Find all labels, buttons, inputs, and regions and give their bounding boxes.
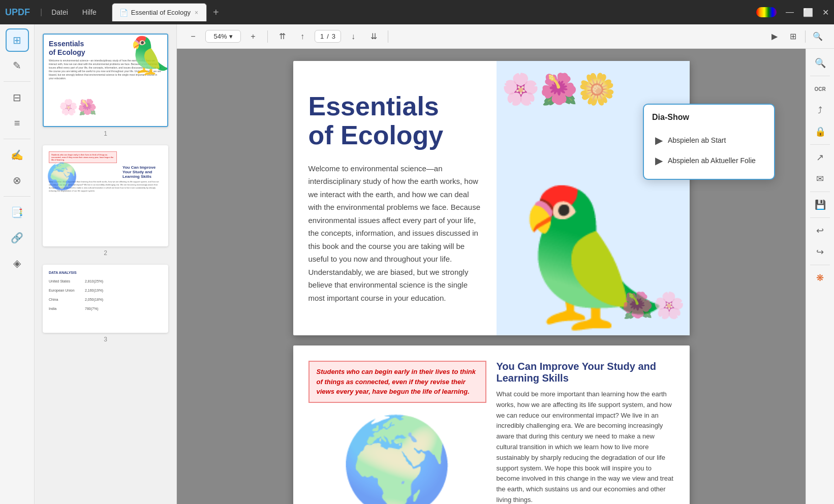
save-button[interactable]: 💾	[810, 195, 830, 215]
tab-close-button[interactable]: ×	[194, 9, 199, 16]
undo-button[interactable]: ↩	[810, 220, 830, 241]
doc-icon: 📄	[119, 9, 128, 17]
page2-content: Students who can begin early in their li…	[293, 345, 690, 504]
share-button[interactable]: ↗	[810, 147, 830, 168]
sidebar-separator	[4, 81, 31, 82]
sidebar-separator2	[4, 139, 31, 139]
toolbar-right: ▶ ⊞ 🔍	[766, 28, 826, 45]
pdf-viewport[interactable]: Dia-Show ▶ Abspielen ab Start ▶ Abspiele…	[177, 49, 806, 504]
thumbnail-1[interactable]: Essentialsof Ecology Welcome to environm…	[35, 29, 176, 141]
export-button[interactable]: ⤴	[810, 100, 830, 120]
dia-show-item-start[interactable]: ▶ Abspielen ab Start	[652, 130, 766, 150]
zoom-display[interactable]: 54% ▾	[205, 30, 241, 43]
sidebar-item-annotation[interactable]: ✎	[6, 54, 29, 77]
sidebar-item-layers[interactable]: ⊗	[6, 169, 29, 192]
flowers-decoration2: 🌺🌸	[622, 291, 685, 320]
page1-right: 🌸🌺🌼 🦜 🌺🌸	[497, 61, 690, 335]
menu-hilfe[interactable]: Hilfe	[79, 6, 100, 18]
layers-right-button[interactable]: ❋	[810, 268, 830, 288]
thumb-2-wrap: Students who can begin early in their li…	[43, 145, 168, 246]
thumb-1-wrap: Essentialsof Ecology Welcome to environm…	[43, 34, 168, 127]
page1-title-line1: Essentials	[308, 91, 439, 121]
tab-bar: 📄 Essential of Ecology × +	[112, 3, 223, 21]
sidebar-item-thumbnail[interactable]: ⊞	[6, 28, 29, 52]
page1-main-title: Essentials of Ecology	[308, 92, 481, 150]
sidebar-separator3	[4, 196, 31, 197]
page-prev-button[interactable]: ↑	[294, 28, 311, 45]
page-next-button[interactable]: ↓	[345, 28, 361, 45]
bar-row-4: India780(7%)	[49, 306, 98, 311]
page-last-button[interactable]: ⇊	[365, 28, 382, 45]
page-nav: 1 / 3	[315, 30, 341, 43]
bar-row-3: China2,050(18%)	[49, 297, 103, 302]
separator: |	[40, 8, 42, 17]
sidebar-item-extract[interactable]: 📑	[6, 201, 29, 224]
ocr-button[interactable]: OCR	[810, 79, 830, 99]
thumb-1-num: 1	[43, 130, 168, 137]
rsidebar-sep2	[810, 144, 830, 145]
page-first-button[interactable]: ⇈	[274, 28, 290, 45]
thumbnail-2[interactable]: Students who can begin early in their li…	[35, 141, 176, 261]
maximize-button[interactable]: ⬜	[803, 8, 813, 17]
page1-title-line2: of Ecology	[308, 120, 444, 150]
sidebar-item-bookmark[interactable]: ⊟	[6, 86, 29, 109]
search-button[interactable]: 🔍	[810, 28, 826, 45]
title-bar: UPDF | Datei Hilfe 📄 Essential of Ecolog…	[0, 0, 834, 24]
play-start-icon: ▶	[655, 134, 663, 146]
sidebar-item-text[interactable]: ≡	[6, 111, 29, 135]
rsidebar-sep3	[810, 192, 830, 192]
window-controls: — ⬜ ✕	[756, 7, 829, 17]
thumb-3-img: DATA ANALYSIS United States2,810(25%) Eu…	[44, 266, 167, 332]
dia-show-popup: Dia-Show ▶ Abspielen ab Start ▶ Abspiele…	[643, 104, 775, 180]
thumbnail-panel: Essentialsof Ecology Welcome to environm…	[35, 24, 177, 504]
page2-right: You Can Improve Your Study and Learning …	[497, 361, 674, 504]
toolbar-separator2	[388, 30, 388, 43]
page1-body: Welcome to environmental science—an inte…	[308, 162, 481, 305]
thumb-2-num: 2	[43, 249, 168, 257]
email-button[interactable]: ✉	[810, 169, 830, 189]
zoom-dropdown-icon: ▾	[229, 33, 233, 40]
thumb-3-num: 3	[43, 336, 168, 343]
thumb-2-globe: 🌍	[46, 162, 78, 191]
sidebar-item-sign[interactable]: ✍	[6, 143, 29, 167]
content-area: − 54% ▾ + ⇈ ↑ 1 / 3 ↓ ⇊ ▶ ⊞ 🔍	[177, 24, 834, 504]
active-tab[interactable]: 📄 Essential of Ecology ×	[112, 3, 207, 21]
bar-row-1: United States2,810(25%)	[49, 278, 103, 284]
rsidebar-sep1	[810, 76, 830, 76]
page2-body: What could be more important than learni…	[497, 389, 674, 504]
add-tab-button[interactable]: +	[209, 7, 223, 18]
redo-button[interactable]: ↪	[810, 242, 830, 262]
pdf-page-2: Students who can begin early in their li…	[293, 345, 690, 504]
thumb-1-flowers: 🌸🌺	[59, 98, 97, 116]
avatar-bar	[756, 7, 777, 17]
zoom-in-button[interactable]: +	[245, 28, 261, 45]
page2-left: Students who can begin early in their li…	[308, 361, 486, 504]
pdf-page-1: Essentials of Ecology Welcome to environ…	[293, 61, 690, 335]
page2-highlight: Students who can begin early in their li…	[308, 361, 486, 403]
toolbar-separator3	[805, 30, 806, 43]
lock-button[interactable]: 🔒	[810, 121, 830, 142]
close-window-button[interactable]: ✕	[822, 8, 829, 17]
play-current-icon: ▶	[655, 154, 663, 167]
thumb-1-img: Essentialsof Ecology Welcome to environm…	[44, 35, 167, 126]
sidebar-item-watermark[interactable]: ◈	[6, 251, 29, 275]
dia-show-title: Dia-Show	[652, 113, 766, 122]
menu-datei[interactable]: Datei	[48, 6, 71, 18]
zoom-out-button[interactable]: −	[185, 28, 201, 45]
main-container: ⊞ ✎ ⊟ ≡ ✍ ⊗ 📑 🔗 ◈ Essentialsof Ecology W…	[0, 24, 834, 504]
page1-parrot: 🦜 🌺🌸	[497, 61, 690, 335]
minimize-button[interactable]: —	[786, 8, 794, 17]
thumbnail-3[interactable]: DATA ANALYSIS United States2,810(25%) Eu…	[35, 261, 176, 347]
thumb-3-title: DATA ANALYSIS	[49, 271, 77, 274]
presentation-button[interactable]: ▶	[766, 28, 783, 45]
thumb-1-title: Essentialsof Ecology	[49, 40, 85, 57]
search-right-button[interactable]: 🔍	[810, 53, 830, 73]
page1-content: Essentials of Ecology Welcome to environ…	[293, 61, 690, 335]
menu-bar: Datei Hilfe	[48, 6, 100, 18]
dia-show-start-label: Abspielen ab Start	[668, 136, 726, 144]
page1-left: Essentials of Ecology Welcome to environ…	[293, 61, 497, 335]
dia-show-item-current[interactable]: ▶ Abspielen ab Aktueller Folie	[652, 150, 766, 171]
sidebar-item-merge[interactable]: 🔗	[6, 226, 29, 249]
columns-button[interactable]: ⊞	[785, 28, 801, 45]
thumb-1-parrot: 🦜	[128, 35, 167, 76]
